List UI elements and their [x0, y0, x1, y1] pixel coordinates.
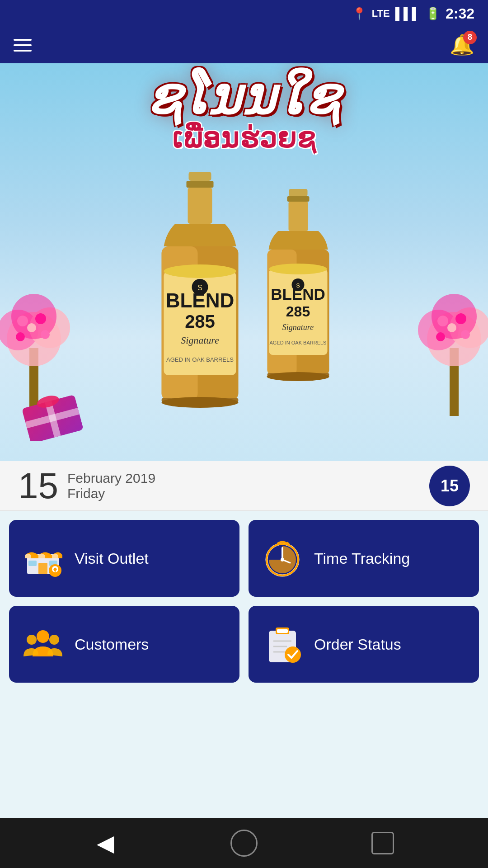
- visit-outlet-label: Visit Outlet: [75, 550, 149, 567]
- nav-home-button[interactable]: [228, 827, 260, 859]
- svg-rect-72: [277, 629, 288, 633]
- bottle-small: BLEND 285 Signature S AGED IN OAK BARREL…: [257, 185, 340, 411]
- customers-label: Customers: [75, 636, 149, 653]
- home-icon: [230, 830, 258, 857]
- bottom-nav: ◀: [0, 818, 488, 868]
- hamburger-line-2: [14, 44, 32, 46]
- date-day-number: 15: [18, 468, 58, 504]
- bottles-container: BLEND 285 Signature S AGED IN OAK BARREL…: [148, 167, 340, 439]
- status-icons: 📍 LTE ▌▌▌ 🔋 2:32: [352, 5, 474, 22]
- logo-text-sub: ເພື່ອນຮ່ວຍຊ: [86, 122, 402, 154]
- order-status-label: Order Status: [314, 636, 401, 653]
- lte-icon: LTE: [372, 8, 390, 19]
- bottle-large: BLEND 285 Signature S AGED IN OAK BARREL…: [148, 167, 252, 439]
- notification-badge: 8: [463, 31, 477, 44]
- svg-point-67: [37, 630, 49, 643]
- svg-point-4: [11, 294, 56, 339]
- svg-text:285: 285: [185, 311, 215, 331]
- svg-point-76: [285, 646, 301, 663]
- svg-text:AGED IN OAK BARRELS: AGED IN OAK BARRELS: [166, 356, 234, 363]
- svg-text:Signature: Signature: [181, 335, 219, 346]
- time-tracking-label: Time Tracking: [314, 550, 410, 567]
- back-icon: ◀: [97, 830, 114, 856]
- logo-text-main: ຊໂນນໃຊ: [86, 72, 402, 122]
- svg-rect-20: [189, 172, 211, 181]
- hamburger-menu[interactable]: [14, 39, 32, 52]
- gift-box: [23, 392, 86, 443]
- status-bar: 📍 LTE ▌▌▌ 🔋 2:32: [0, 0, 488, 27]
- customers-icon: [23, 624, 63, 665]
- date-circle: 15: [429, 466, 470, 506]
- svg-point-5: [17, 316, 28, 326]
- svg-rect-22: [188, 188, 212, 224]
- svg-point-18: [461, 330, 470, 339]
- hamburger-line-1: [14, 39, 32, 41]
- hamburger-line-3: [14, 50, 32, 52]
- time-tracking-icon: [262, 538, 303, 579]
- date-month-year: February 2019: [67, 471, 155, 486]
- flower-tree-right: [416, 258, 488, 416]
- svg-rect-36: [287, 196, 310, 202]
- svg-rect-35: [289, 189, 308, 196]
- buttons-grid: Visit Outlet Time Tracking: [0, 511, 488, 692]
- logo-area: ຊໂນນໃຊ ເພື່ອນຮ່ວຍຊ: [86, 72, 402, 154]
- svg-text:S: S: [296, 282, 300, 289]
- svg-point-9: [16, 332, 25, 341]
- svg-point-41: [269, 264, 327, 274]
- battery-icon: 🔋: [426, 7, 440, 21]
- svg-rect-21: [187, 181, 214, 188]
- customers-button[interactable]: Customers: [9, 606, 239, 683]
- date-left: 15 February 2019 Friday: [18, 468, 155, 504]
- signal-icon: ▌▌▌: [395, 7, 420, 21]
- nav-back-button[interactable]: ◀: [89, 827, 121, 859]
- svg-text:S: S: [197, 284, 202, 292]
- svg-point-68: [27, 635, 37, 645]
- hero-banner: ຊໂນນໃຊ ເພື່ອນຮ່ວຍຊ: [0, 63, 488, 461]
- svg-point-69: [49, 635, 59, 645]
- svg-point-26: [164, 264, 236, 278]
- svg-text:285: 285: [286, 303, 310, 320]
- svg-point-19: [436, 332, 445, 341]
- nav-recent-button[interactable]: [367, 827, 399, 859]
- status-time: 2:32: [446, 5, 474, 22]
- svg-text:AGED IN OAK BARRELS: AGED IN OAK BARRELS: [270, 340, 327, 345]
- app-header: 🔔 8: [0, 27, 488, 63]
- svg-point-8: [41, 330, 50, 339]
- order-status-icon: [262, 624, 303, 665]
- svg-point-49: [267, 372, 329, 381]
- date-weekday: Friday: [67, 486, 155, 501]
- visit-outlet-button[interactable]: Visit Outlet: [9, 520, 239, 597]
- svg-text:Signature: Signature: [282, 323, 314, 332]
- svg-point-6: [35, 313, 46, 324]
- svg-rect-37: [289, 202, 308, 231]
- svg-rect-56: [38, 563, 47, 574]
- svg-point-34: [162, 397, 239, 408]
- notification-button[interactable]: 🔔 8: [450, 33, 474, 58]
- svg-rect-57: [28, 561, 37, 566]
- svg-point-16: [455, 313, 466, 324]
- date-text: February 2019 Friday: [67, 471, 155, 501]
- svg-point-14: [432, 294, 477, 339]
- recent-icon: [371, 832, 394, 854]
- date-section: 15 February 2019 Friday 15: [0, 461, 488, 511]
- order-status-button[interactable]: Order Status: [249, 606, 479, 683]
- location-icon: 📍: [352, 7, 366, 21]
- visit-outlet-icon: [23, 538, 63, 579]
- svg-point-7: [27, 323, 36, 332]
- svg-point-15: [437, 316, 448, 326]
- time-tracking-button[interactable]: Time Tracking: [249, 520, 479, 597]
- svg-point-17: [447, 323, 456, 332]
